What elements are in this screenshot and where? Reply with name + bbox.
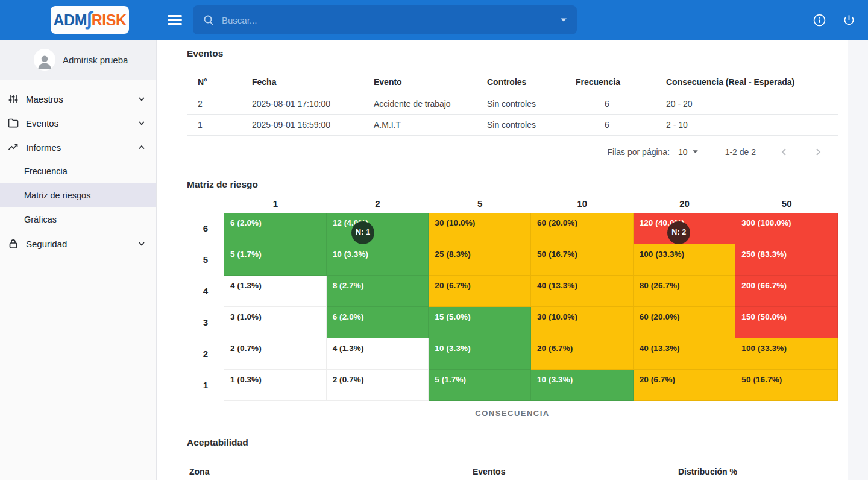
matrix-cell[interactable]: 120 (40.0%)N: 2 — [634, 213, 736, 244]
matrix-cell[interactable]: 10 (3.3%) — [531, 370, 634, 401]
events-table-row[interactable]: 12025-09-01 16:59:00A.M.I.TSin controles… — [187, 114, 838, 135]
rows-per-page-value: 10 — [678, 147, 688, 157]
next-page-button[interactable] — [813, 147, 823, 157]
sidebar-item-label: Seguridad — [26, 239, 67, 249]
matrix-cell[interactable]: 20 (6.7%) — [531, 338, 634, 370]
matrix-column-header: 2 — [327, 197, 429, 213]
matrix-cell[interactable]: 4 (1.3%) — [327, 338, 429, 370]
matrix-cell-value: 50 (16.7%) — [741, 374, 782, 385]
matrix-cell[interactable]: 200 (66.7%) — [735, 276, 838, 307]
events-table-row[interactable]: 22025-08-01 17:10:00Accidente de trabajo… — [187, 93, 838, 114]
sidebar-item-matriz-de-riesgos[interactable]: Matriz de riesgos — [0, 183, 156, 207]
scrollbar-track[interactable] — [848, 40, 868, 480]
matrix-cell-value: 5 (1.7%) — [230, 249, 262, 259]
matrix-cell[interactable]: 8 (2.7%) — [327, 276, 429, 307]
matrix-cell[interactable]: 100 (33.3%) — [735, 338, 838, 370]
events-table-cell: 2025-08-01 17:10:00 — [252, 93, 374, 114]
rows-per-page-select[interactable]: 10 — [678, 147, 699, 157]
matrix-corner — [187, 197, 224, 213]
matrix-cell[interactable]: 2 (0.7%) — [224, 338, 327, 370]
matrix-cell-value: 40 (13.3%) — [537, 280, 577, 291]
matrix-cell[interactable]: 25 (8.3%) — [429, 244, 531, 276]
power-button[interactable] — [842, 13, 856, 27]
sidebar-child-label: Gráficas — [24, 215, 57, 224]
search-bar[interactable] — [193, 5, 577, 34]
matrix-row-header: 2 — [187, 338, 224, 370]
previous-page-button[interactable] — [779, 147, 790, 157]
matrix-column-header: 50 — [735, 197, 838, 213]
matrix-cell-value: 25 (8.3%) — [435, 249, 470, 259]
hamburger-menu-icon[interactable] — [168, 14, 183, 26]
matrix-cell[interactable]: 6 (2.0%) — [327, 307, 429, 338]
sidebar-item-maestros[interactable]: Maestros — [0, 87, 156, 111]
search-icon — [203, 14, 215, 26]
matrix-cell[interactable]: 250 (83.3%) — [735, 244, 838, 276]
matrix-cell-value: 5 (1.7%) — [435, 374, 466, 385]
sidebar-item-informes[interactable]: Informes — [0, 135, 156, 159]
matrix-row-header: 1 — [187, 370, 224, 401]
matrix-cell[interactable]: 12 (4.0%)N: 1 — [327, 213, 429, 244]
matrix-cell[interactable]: 2 (0.7%) — [327, 370, 429, 401]
matrix-cell[interactable]: 15 (5.0%) — [429, 307, 531, 338]
sidebar: Admirisk prueba Maestros Eventos Informe… — [0, 40, 157, 480]
chevron-left-icon — [779, 147, 790, 157]
matrix-row-header: 4 — [187, 276, 224, 307]
matrix-cell[interactable]: 150 (50.0%) — [735, 307, 838, 338]
matrix-cell-value: 80 (26.7%) — [640, 280, 680, 291]
caret-down-icon — [692, 150, 699, 154]
matrix-cell-value: 2 (0.7%) — [230, 343, 262, 353]
matrix-cell-value: 50 (16.7%) — [537, 249, 577, 259]
matrix-cell-value: 20 (6.7%) — [537, 343, 573, 353]
matrix-cell[interactable]: 10 (3.3%) — [429, 338, 531, 370]
matrix-cell[interactable]: 30 (10.0%) — [531, 307, 634, 338]
info-button[interactable] — [813, 13, 826, 27]
caret-down-icon[interactable] — [560, 17, 567, 22]
matrix-cell[interactable]: 30 (10.0%) — [429, 213, 531, 244]
risk-matrix: 12510205066 (2.0%)12 (4.0%)N: 130 (10.0%… — [187, 197, 838, 401]
matrix-cell[interactable]: 300 (100.0%) — [735, 213, 838, 244]
matrix-cell[interactable]: 50 (16.7%) — [735, 370, 838, 401]
events-pagination: Filas por página: 10 1-2 de 2 — [187, 138, 838, 166]
sidebar-item-graficas[interactable]: Gráficas — [0, 207, 156, 232]
sidebar-item-label: Informes — [26, 142, 61, 153]
matrix-cell[interactable]: 20 (6.7%) — [429, 276, 531, 307]
app-logo[interactable]: ADM ∫ RISK — [51, 6, 129, 34]
matrix-cell[interactable]: 100 (33.3%) — [634, 244, 736, 276]
matrix-cell[interactable]: 6 (2.0%) — [224, 213, 327, 244]
acceptability-column-header: Zona — [187, 461, 473, 480]
events-column-header: Frecuencia — [576, 71, 666, 93]
matrix-cell[interactable]: 4 (1.3%) — [224, 276, 327, 307]
sidebar-child-label: Matriz de riesgos — [24, 191, 90, 200]
user-card[interactable]: Admirisk prueba — [0, 40, 156, 80]
matrix-cell[interactable]: 50 (16.7%) — [531, 244, 634, 276]
matrix-cell-value: 3 (1.0%) — [230, 312, 262, 322]
acceptability-column-header: Distribución % — [678, 461, 838, 480]
events-table-cell: 1 — [187, 114, 252, 135]
matrix-cell-value: 12 (4.0%)N: 1 — [333, 218, 368, 228]
matrix-cell[interactable]: 40 (13.3%) — [531, 276, 634, 307]
matrix-cell[interactable]: 60 (20.0%) — [531, 213, 634, 244]
matrix-cell[interactable]: 5 (1.7%) — [429, 370, 531, 401]
sidebar-item-eventos[interactable]: Eventos — [0, 111, 156, 135]
matrix-cell[interactable]: 1 (0.3%) — [224, 370, 327, 401]
sliders-icon — [7, 93, 19, 105]
matrix-cell[interactable]: 80 (26.7%) — [634, 276, 736, 307]
matrix-cell[interactable]: 3 (1.0%) — [224, 307, 327, 338]
sidebar-item-seguridad[interactable]: Seguridad — [0, 232, 156, 256]
matrix-cell[interactable]: 5 (1.7%) — [224, 244, 327, 276]
matrix-cell[interactable]: 40 (13.3%) — [634, 338, 736, 370]
matrix-cell[interactable]: 10 (3.3%) — [327, 244, 429, 276]
matrix-cell[interactable]: 60 (20.0%) — [634, 307, 736, 338]
matrix-cell-value: 40 (13.3%) — [640, 343, 680, 353]
matrix-cell[interactable]: 20 (6.7%) — [634, 370, 736, 401]
matrix-row-header: 6 — [187, 213, 224, 244]
search-input[interactable] — [222, 15, 560, 25]
events-column-header: Controles — [487, 71, 576, 93]
matrix-cell-value: 300 (100.0%) — [741, 218, 791, 228]
matrix-cell-value: 8 (2.7%) — [333, 280, 364, 291]
lock-icon — [7, 238, 19, 250]
sidebar-item-frecuencia[interactable]: Frecuencia — [0, 159, 156, 183]
events-table-cell: Accidente de trabajo — [374, 93, 487, 114]
matrix-column-header: 20 — [634, 197, 736, 213]
matrix-column-header: 5 — [429, 197, 531, 213]
